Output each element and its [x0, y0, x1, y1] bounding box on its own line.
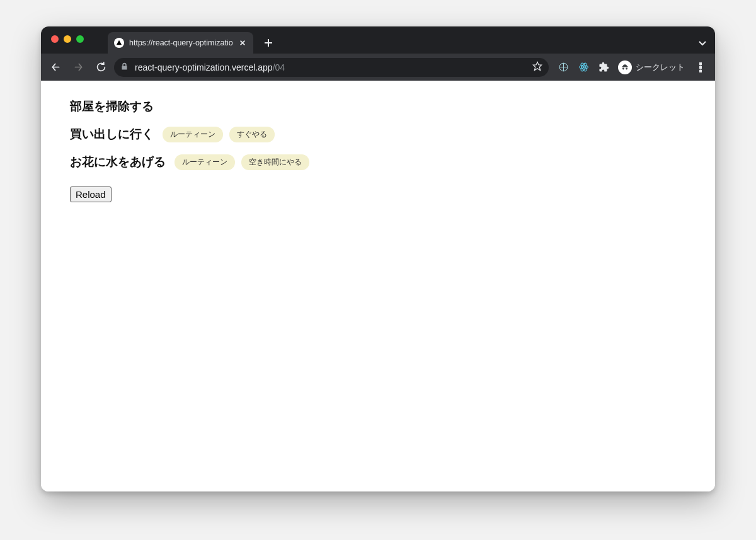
svg-point-8: [583, 66, 584, 67]
url-host-path: react-query-optimization.vercel.app: [135, 62, 273, 72]
svg-point-13: [699, 66, 701, 68]
address-bar[interactable]: react-query-optimization.vercel.app/04: [114, 58, 549, 77]
svg-marker-6: [533, 62, 541, 70]
nav-forward-button[interactable]: [69, 58, 88, 77]
tag: ルーティーン: [163, 127, 223, 142]
extensions-icon[interactable]: [595, 59, 612, 76]
url-suffix: /04: [273, 62, 285, 72]
page-content: 部屋を掃除する買い出しに行くルーティーンすぐやるお花に水をあげるルーティーン空き…: [41, 81, 715, 491]
tab-close-button[interactable]: [238, 38, 247, 47]
react-query-devtools-icon[interactable]: [555, 59, 571, 76]
window-controls: [51, 35, 84, 43]
todo-title: お花に水をあげる: [70, 154, 166, 170]
tab-title: https://react-query-optimizatio: [129, 38, 233, 47]
nav-reload-button[interactable]: [91, 58, 110, 77]
todo-tags: ルーティーン空き時間にやる: [175, 154, 309, 170]
browser-menu-button[interactable]: [691, 58, 710, 77]
tab-favicon: [114, 38, 124, 48]
toolbar: react-query-optimization.vercel.app/04: [41, 54, 715, 81]
extension-icons: [555, 59, 612, 76]
window-close-button[interactable]: [51, 35, 59, 43]
window-fullscreen-button[interactable]: [76, 35, 84, 43]
browser-tab[interactable]: https://react-query-optimizatio: [108, 32, 253, 54]
incognito-indicator[interactable]: シークレット: [616, 60, 687, 74]
tag: すぐやる: [229, 127, 275, 142]
todo-title: 買い出しに行く: [70, 126, 154, 142]
browser-window: https://react-query-optimizatio: [41, 26, 715, 491]
tag: ルーティーン: [175, 154, 235, 170]
window-minimize-button[interactable]: [64, 35, 71, 43]
address-bar-url: react-query-optimization.vercel.app/04: [135, 62, 526, 72]
todo-list: 部屋を掃除する買い出しに行くルーティーンすぐやるお花に水をあげるルーティーン空き…: [70, 98, 686, 170]
new-tab-button[interactable]: [260, 34, 277, 52]
incognito-icon: [618, 60, 632, 74]
todo-row: 部屋を掃除する: [70, 98, 686, 115]
tag: 空き時間にやる: [241, 154, 309, 170]
reload-button[interactable]: Reload: [70, 187, 112, 202]
todo-tags: ルーティーンすぐやる: [163, 127, 275, 142]
nav-back-button[interactable]: [46, 58, 65, 77]
todo-row: お花に水をあげるルーティーン空き時間にやる: [70, 154, 686, 170]
tab-list-dropdown[interactable]: [694, 32, 711, 54]
tab-strip: https://react-query-optimizatio: [41, 26, 715, 54]
todo-title: 部屋を掃除する: [70, 98, 154, 115]
incognito-label: シークレット: [636, 62, 685, 73]
react-devtools-icon[interactable]: [575, 59, 592, 76]
lock-icon: [120, 62, 129, 72]
svg-point-12: [699, 62, 701, 64]
svg-point-14: [699, 70, 701, 72]
todo-row: 買い出しに行くルーティーンすぐやる: [70, 126, 686, 142]
bookmark-star-icon[interactable]: [532, 61, 542, 73]
